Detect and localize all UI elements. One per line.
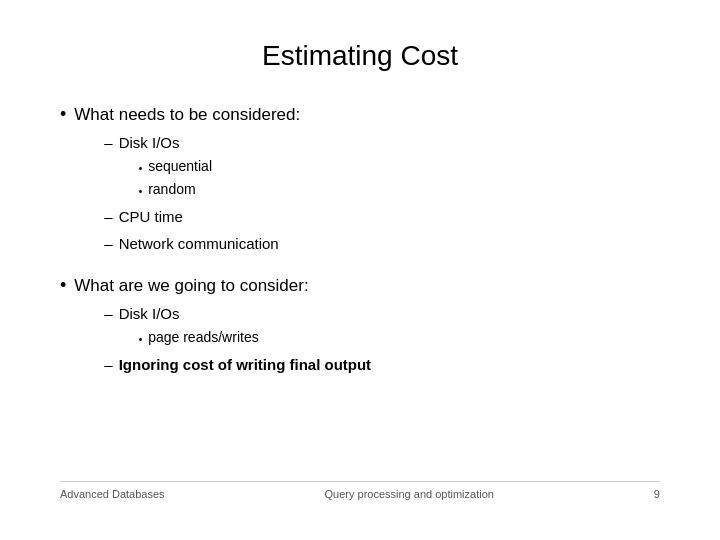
sub-item-disk-ios-2: – Disk I/Os • page reads/writes (104, 303, 371, 351)
slide: Estimating Cost • What needs to be consi… (0, 0, 720, 540)
bullet-1-dot: • (60, 102, 66, 127)
sub-dash-2: – (104, 206, 112, 229)
sub-dash-3: – (104, 233, 112, 256)
sub-sub-page-reads: • page reads/writes (139, 327, 259, 348)
bullet-2-dot: • (60, 273, 66, 298)
bullet-2: • What are we going to consider: – Disk … (60, 273, 660, 385)
sub-sub-sequential: • sequential (139, 156, 212, 177)
sub-sub-sequential-text: sequential (148, 156, 212, 177)
slide-title: Estimating Cost (60, 40, 660, 72)
sub-sub-page-reads-text: page reads/writes (148, 327, 259, 348)
sub-item-network: – Network communication (104, 233, 300, 256)
sub-item-cpu-text: CPU time (119, 206, 183, 229)
sub-dash-5: – (104, 354, 112, 377)
footer-center: Query processing and optimization (325, 488, 494, 500)
sub-sub-dot-1: • (139, 161, 143, 176)
sub-dash-4: – (104, 303, 112, 326)
sub-item-ignoring: – Ignoring cost of writing final output (104, 354, 371, 377)
slide-content: • What needs to be considered: – Disk I/… (60, 102, 660, 481)
sub-item-ignoring-text: Ignoring cost of writing final output (119, 354, 371, 377)
sub-item-cpu: – CPU time (104, 206, 300, 229)
sub-sub-list-disk: • sequential • random (139, 156, 212, 200)
sub-sub-dot-2: • (139, 184, 143, 199)
bullet-2-text: What are we going to consider: (74, 276, 308, 295)
sub-sub-random-text: random (148, 179, 195, 200)
footer: Advanced Databases Query processing and … (60, 481, 660, 500)
bullet-1-text: What needs to be considered: (74, 105, 300, 124)
bullet-2-sublist: – Disk I/Os • page reads/writes (104, 303, 371, 377)
sub-item-disk-label-2: Disk I/Os (119, 305, 180, 322)
footer-right: 9 (654, 488, 660, 500)
sub-sub-list-disk2: • page reads/writes (139, 327, 259, 348)
bullet-1-sublist: – Disk I/Os • sequential • random (104, 132, 300, 256)
footer-left: Advanced Databases (60, 488, 165, 500)
sub-item-disk-label: Disk I/Os (119, 134, 180, 151)
sub-dash-1: – (104, 132, 112, 155)
sub-sub-random: • random (139, 179, 212, 200)
sub-item-network-text: Network communication (119, 233, 279, 256)
sub-item-disk-ios: – Disk I/Os • sequential • random (104, 132, 300, 203)
bullet-1: • What needs to be considered: – Disk I/… (60, 102, 660, 263)
sub-sub-dot-3: • (139, 332, 143, 347)
